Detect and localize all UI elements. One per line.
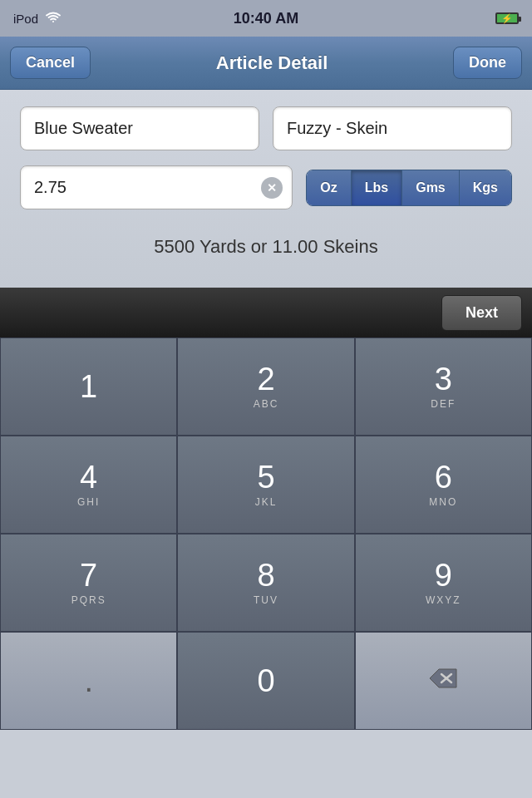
fields-row bbox=[20, 106, 512, 150]
key-9[interactable]: 9 WXYZ bbox=[355, 534, 532, 632]
key-0[interactable]: 0 bbox=[177, 632, 354, 730]
key-row-1: 1 2 ABC 3 DEF bbox=[0, 337, 532, 436]
status-right: ⚡ bbox=[495, 12, 519, 24]
key-row-4: . 0 bbox=[0, 632, 532, 730]
cancel-button[interactable]: Cancel bbox=[10, 47, 91, 79]
clear-weight-button[interactable]: ✕ bbox=[261, 177, 283, 199]
unit-buttons: Oz Lbs Gms Kgs bbox=[306, 170, 512, 206]
status-left: iPod bbox=[13, 11, 62, 26]
key-2[interactable]: 2 ABC bbox=[177, 337, 354, 436]
result-text: 5500 Yards or 11.00 Skeins bbox=[20, 229, 512, 264]
key-7[interactable]: 7 PQRS bbox=[0, 534, 177, 632]
content-area: ✕ Oz Lbs Gms Kgs 5500 Yards or 11.00 Ske… bbox=[0, 90, 532, 288]
device-label: iPod bbox=[13, 12, 38, 26]
battery-icon: ⚡ bbox=[495, 12, 519, 24]
key-5[interactable]: 5 JKL bbox=[177, 436, 354, 534]
numeric-keyboard: 1 2 ABC 3 DEF 4 GHI 5 JKL 6 MNO 7 PQRS bbox=[0, 337, 532, 730]
charging-icon: ⚡ bbox=[501, 13, 513, 24]
key-6[interactable]: 6 MNO bbox=[355, 436, 532, 534]
key-row-3: 7 PQRS 8 TUV 9 WXYZ bbox=[0, 534, 532, 632]
yarn-type-field[interactable] bbox=[273, 106, 512, 150]
unit-kgs-button[interactable]: Kgs bbox=[460, 170, 511, 205]
nav-title: Article Detail bbox=[216, 52, 328, 74]
svg-marker-0 bbox=[430, 669, 456, 687]
key-4[interactable]: 4 GHI bbox=[0, 436, 177, 534]
weight-input-wrap: ✕ bbox=[20, 165, 293, 209]
key-dot[interactable]: . bbox=[0, 632, 177, 730]
key-8[interactable]: 8 TUV bbox=[177, 534, 354, 632]
key-backspace[interactable] bbox=[355, 632, 532, 730]
key-3[interactable]: 3 DEF bbox=[355, 337, 532, 436]
wifi-icon bbox=[45, 11, 62, 26]
key-row-2: 4 GHI 5 JKL 6 MNO bbox=[0, 436, 532, 534]
backspace-icon bbox=[428, 667, 458, 695]
weight-row: ✕ Oz Lbs Gms Kgs bbox=[20, 165, 512, 209]
unit-gms-button[interactable]: Gms bbox=[402, 170, 460, 205]
done-button[interactable]: Done bbox=[453, 47, 522, 79]
article-name-field[interactable] bbox=[20, 106, 259, 150]
unit-lbs-button[interactable]: Lbs bbox=[352, 170, 402, 205]
keyboard-toolbar: Next bbox=[0, 288, 532, 337]
unit-oz-button[interactable]: Oz bbox=[307, 170, 351, 205]
next-button[interactable]: Next bbox=[441, 295, 522, 331]
status-time: 10:40 AM bbox=[234, 10, 298, 27]
nav-bar: Cancel Article Detail Done bbox=[0, 37, 532, 90]
status-bar: iPod 10:40 AM ⚡ bbox=[0, 0, 532, 37]
key-1[interactable]: 1 bbox=[0, 337, 177, 436]
weight-input[interactable] bbox=[20, 165, 293, 209]
